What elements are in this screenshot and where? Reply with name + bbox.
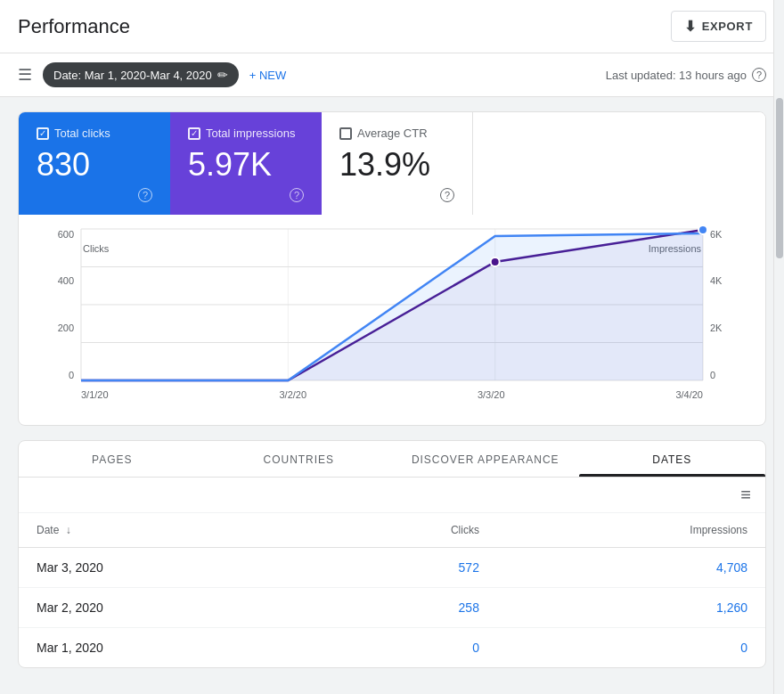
y-right-0: 0	[710, 370, 715, 380]
row-1-date: Mar 3, 2020	[19, 547, 313, 587]
sort-arrow-icon: ↓	[66, 524, 71, 536]
ctr-help-icon[interactable]: ?	[440, 188, 454, 202]
total-impressions-header: Total impressions	[188, 127, 304, 140]
clicks-help-icon[interactable]: ?	[138, 188, 152, 202]
y-right-4k: 4K	[710, 275, 722, 286]
average-ctr-tile: Average CTR 13.9% ?	[322, 112, 473, 215]
data-table: Date ↓ Clicks Impressions Mar 3, 2020 57…	[19, 513, 765, 667]
col-impressions: Impressions	[497, 513, 765, 548]
filter-icon[interactable]: ☰	[18, 65, 32, 85]
last-updated-text: Last updated: 13 hours ago	[606, 69, 747, 82]
col-clicks: Clicks	[313, 513, 497, 548]
y-left-0: 0	[69, 370, 74, 380]
scrollbar-thumb[interactable]	[776, 98, 783, 258]
download-icon: ⬇	[684, 18, 697, 35]
row-3-clicks: 0	[313, 627, 497, 667]
tab-discover-appearance[interactable]: DISCOVER APPEARANCE	[392, 441, 579, 477]
new-label: + NEW	[249, 69, 287, 82]
total-impressions-value: 5.97K	[188, 147, 304, 183]
chart-x-labels: 3/1/20 3/2/20 3/3/20 3/4/20	[81, 382, 703, 407]
table-body: Mar 3, 2020 572 4,708 Mar 2, 2020 258 1,…	[19, 547, 765, 667]
tabs-row: PAGES COUNTRIES DISCOVER APPEARANCE DATE…	[19, 441, 765, 478]
sort-filter-icon[interactable]: ≡	[740, 485, 751, 505]
x-label-2: 3/2/20	[279, 389, 306, 400]
average-ctr-header: Average CTR	[339, 127, 454, 140]
x-label-1: 3/1/20	[81, 389, 109, 400]
page-title: Performance	[18, 15, 130, 38]
export-button[interactable]: ⬇ EXPORT	[671, 11, 766, 42]
date-filter-label: Date: Mar 1, 2020-Mar 4, 2020	[53, 69, 212, 82]
col-date: Date ↓	[19, 513, 313, 548]
average-ctr-label: Average CTR	[357, 127, 428, 140]
y-right-2k: 2K	[710, 323, 722, 333]
toolbar-right: Last updated: 13 hours ago ?	[606, 68, 766, 82]
scrollbar[interactable]	[773, 0, 784, 694]
table-header-row: Date ↓ Clicks Impressions	[19, 513, 765, 548]
y-left-400: 400	[58, 275, 74, 286]
empty-tile	[473, 112, 765, 215]
table-row: Mar 1, 2020 0 0	[19, 627, 765, 667]
tab-pages[interactable]: PAGES	[19, 441, 206, 477]
stats-card: Total clicks 830 ? Total impressions 5.9…	[18, 111, 766, 426]
metric-tiles: Total clicks 830 ? Total impressions 5.9…	[19, 112, 765, 215]
x-label-3: 3/3/20	[478, 389, 505, 400]
chart-y-left-axis: 600 400 200 0	[37, 229, 81, 380]
row-2-impressions: 1,260	[497, 587, 765, 627]
total-impressions-tile: Total impressions 5.97K ?	[170, 112, 322, 215]
table-row: Mar 2, 2020 258 1,260	[19, 587, 765, 627]
svg-point-11	[698, 225, 707, 234]
total-clicks-checkbox[interactable]	[37, 127, 49, 140]
x-label-4: 3/4/20	[675, 389, 703, 400]
help-icon[interactable]: ?	[752, 68, 766, 82]
chart-y-right-axis: 6K 4K 2K 0	[703, 229, 747, 380]
row-3-date: Mar 1, 2020	[19, 627, 313, 667]
tab-filter-row: ≡	[19, 478, 765, 513]
date-filter-chip[interactable]: Date: Mar 1, 2020-Mar 4, 2020 ✏	[43, 62, 239, 87]
total-clicks-tile: Total clicks 830 ?	[19, 112, 170, 215]
row-1-impressions: 4,708	[497, 547, 765, 587]
tabs-card: PAGES COUNTRIES DISCOVER APPEARANCE DATE…	[18, 440, 766, 668]
tab-dates[interactable]: DATES	[579, 441, 766, 477]
header: Performance ⬇ EXPORT	[0, 0, 784, 53]
row-2-clicks: 258	[313, 587, 497, 627]
main-content: Total clicks 830 ? Total impressions 5.9…	[0, 97, 784, 682]
svg-point-12	[491, 257, 500, 266]
y-right-6k: 6K	[710, 229, 722, 240]
export-label: EXPORT	[702, 20, 753, 33]
edit-icon: ✏	[217, 68, 228, 82]
tab-countries[interactable]: COUNTRIES	[206, 441, 393, 477]
total-impressions-checkbox[interactable]	[188, 127, 200, 140]
toolbar: ☰ Date: Mar 1, 2020-Mar 4, 2020 ✏ + NEW …	[0, 53, 784, 97]
chart-svg	[81, 229, 703, 380]
row-1-clicks: 572	[313, 547, 497, 587]
toolbar-left: ☰ Date: Mar 1, 2020-Mar 4, 2020 ✏ + NEW	[18, 62, 286, 87]
total-clicks-label: Total clicks	[54, 127, 110, 140]
y-left-600: 600	[58, 229, 74, 240]
chart-container: Clicks Impressions 600 400 200 0 6K 4K 2…	[37, 229, 747, 407]
new-button[interactable]: + NEW	[249, 69, 287, 82]
chart-area: Clicks Impressions 600 400 200 0 6K 4K 2…	[19, 215, 765, 425]
total-clicks-header: Total clicks	[37, 127, 152, 140]
impressions-help-icon[interactable]: ?	[290, 188, 304, 202]
row-3-impressions: 0	[497, 627, 765, 667]
row-2-date: Mar 2, 2020	[19, 587, 313, 627]
chart-inner	[81, 229, 703, 380]
total-clicks-value: 830	[37, 147, 152, 183]
table-row: Mar 3, 2020 572 4,708	[19, 547, 765, 587]
average-ctr-value: 13.9%	[339, 147, 454, 183]
total-impressions-label: Total impressions	[206, 127, 295, 140]
average-ctr-checkbox[interactable]	[339, 127, 352, 140]
y-left-200: 200	[58, 323, 74, 333]
